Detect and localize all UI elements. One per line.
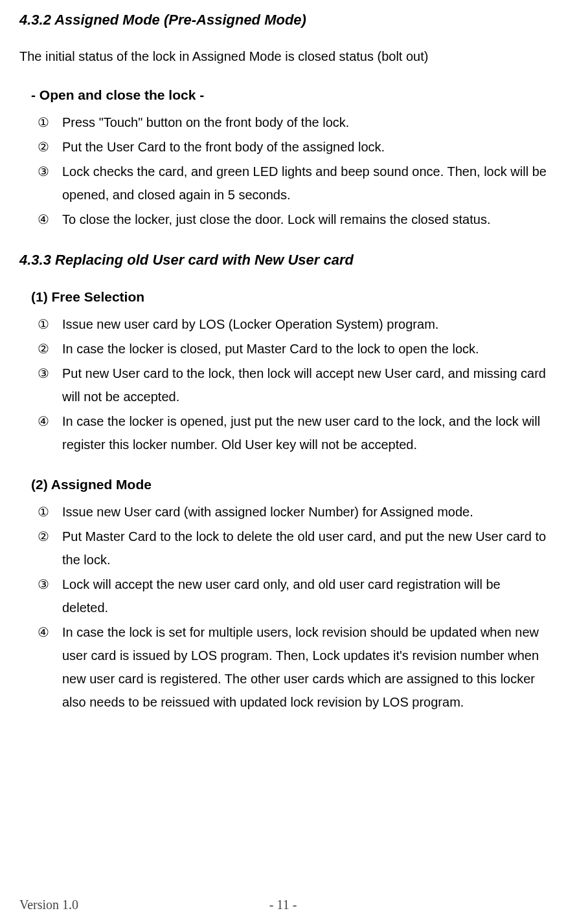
list-text: In case the locker is opened, just put t… — [62, 410, 547, 456]
list-item: ② Put the User Card to the front body of… — [38, 135, 547, 159]
list-text: Press "Touch" button on the front body o… — [62, 111, 547, 134]
list-item: ② Put Master Card to the lock to delete … — [38, 525, 547, 571]
section-432-intro: The initial status of the lock in Assign… — [19, 49, 547, 64]
list-text: Lock will accept the new user card only,… — [62, 573, 547, 619]
list-text: Put Master Card to the lock to delete th… — [62, 525, 547, 571]
list-marker: ① — [38, 111, 62, 134]
list-marker: ④ — [38, 410, 62, 456]
list-text: Issue new User card (with assigned locke… — [62, 500, 547, 523]
list-marker: ② — [38, 337, 62, 360]
list-marker: ④ — [38, 208, 62, 231]
list-item: ① Press "Touch" button on the front body… — [38, 111, 547, 134]
list-item: ① Issue new User card (with assigned loc… — [38, 500, 547, 523]
list-text: In case the locker is closed, put Master… — [62, 337, 547, 360]
list-text: Issue new user card by LOS (Locker Opera… — [62, 313, 547, 336]
free-selection-title: (1) Free Selection — [31, 289, 547, 305]
list-marker: ③ — [38, 573, 62, 619]
list-item: ③ Lock will accept the new user card onl… — [38, 573, 547, 619]
section-433-heading: 4.3.3 Replacing old User card with New U… — [19, 252, 547, 269]
list-text: In case the lock is set for multiple use… — [62, 621, 547, 714]
list-marker: ① — [38, 313, 62, 336]
footer-page-number: - 11 - — [269, 897, 297, 912]
list-item: ① Issue new user card by LOS (Locker Ope… — [38, 313, 547, 336]
list-marker: ① — [38, 500, 62, 523]
assigned-mode-title: (2) Assigned Mode — [31, 477, 547, 492]
footer-version: Version 1.0 — [19, 897, 78, 912]
free-selection-list: ① Issue new user card by LOS (Locker Ope… — [38, 313, 547, 456]
page-footer: Version 1.0 - 11 - — [19, 897, 547, 912]
list-item: ③ Lock checks the card, and green LED li… — [38, 160, 547, 206]
list-text: Put the User Card to the front body of t… — [62, 135, 547, 159]
assigned-mode-list: ① Issue new User card (with assigned loc… — [38, 500, 547, 714]
list-text: Put new User card to the lock, then lock… — [62, 362, 547, 408]
list-marker: ④ — [38, 621, 62, 714]
section-432-heading: 4.3.2 Assigned Mode (Pre-Assigned Mode) — [19, 12, 547, 28]
list-item: ④ In case the lock is set for multiple u… — [38, 621, 547, 714]
list-marker: ③ — [38, 362, 62, 408]
list-marker: ② — [38, 525, 62, 571]
list-item: ② In case the locker is closed, put Mast… — [38, 337, 547, 360]
open-close-title: - Open and close the lock - — [31, 87, 547, 103]
list-marker: ③ — [38, 160, 62, 206]
list-item: ③ Put new User card to the lock, then lo… — [38, 362, 547, 408]
list-text: To close the locker, just close the door… — [62, 208, 547, 231]
open-close-list: ① Press "Touch" button on the front body… — [38, 111, 547, 231]
list-item: ④ To close the locker, just close the do… — [38, 208, 547, 231]
list-text: Lock checks the card, and green LED ligh… — [62, 160, 547, 206]
list-marker: ② — [38, 135, 62, 159]
list-item: ④ In case the locker is opened, just put… — [38, 410, 547, 456]
